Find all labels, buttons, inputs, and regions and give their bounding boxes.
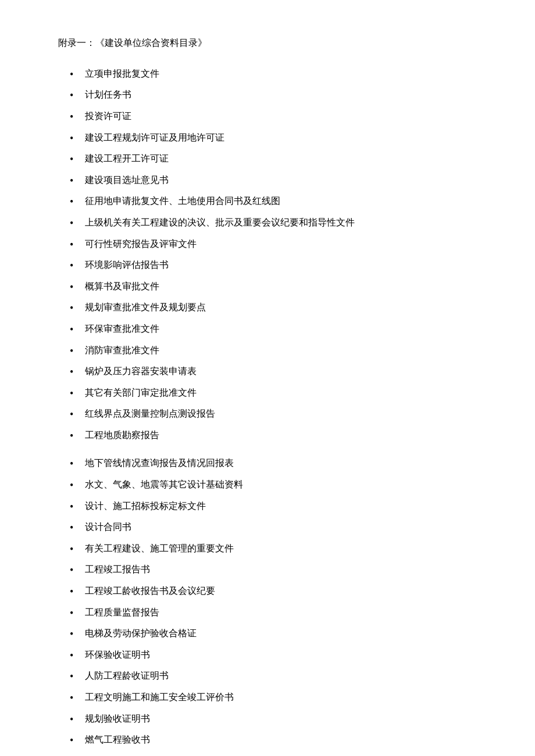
bullet-icon: • [70, 689, 81, 707]
list-item-text: 其它有关部门审定批准文件 [85, 385, 197, 402]
bullet-icon: • [70, 583, 81, 601]
list-item: •建设项目选址意见书 [70, 172, 488, 190]
list-item: •锅炉及压力容器安装申请表 [70, 363, 488, 381]
list-item: •立项申报批复文件 [70, 66, 488, 84]
bullet-icon: • [70, 130, 81, 148]
list-item-text: 消防验收合格证 [85, 753, 150, 756]
list-item-text: 上级机关有关工程建设的决议、批示及重要会议纪要和指导性文件 [85, 214, 355, 231]
list-item-text: 地下管线情况查询报告及情况回报表 [85, 455, 234, 472]
list-item-text: 征用地申请批复文件、土地使用合同书及红线图 [85, 193, 280, 210]
bullet-icon: • [70, 604, 81, 622]
list-item: •燃气工程验收书 [70, 732, 488, 750]
list-item: •上级机关有关工程建设的决议、批示及重要会议纪要和指导性文件 [70, 214, 488, 232]
list-item: •工程质量监督报告 [70, 604, 488, 622]
list-item: •其它有关部门审定批准文件 [70, 385, 488, 403]
list-item-text: 概算书及审批文件 [85, 278, 159, 295]
list-item: •消防验收合格证 [70, 753, 488, 756]
list-item: •征用地申请批复文件、土地使用合同书及红线图 [70, 193, 488, 211]
bullet-icon: • [70, 561, 81, 579]
list-item-text: 建设工程开工许可证 [85, 151, 169, 167]
list-item-text: 环境影响评估报告书 [85, 257, 169, 274]
bullet-icon: • [70, 87, 81, 105]
list-item: •环保验收证明书 [70, 647, 488, 665]
list-item-text: 工程文明施工和施工安全竣工评价书 [85, 689, 234, 706]
list-item: •规划审查批准文件及规划要点 [70, 299, 488, 317]
item-list: •立项申报批复文件•计划任务书•投资许可证•建设工程规划许可证及用地许可证•建设… [58, 66, 488, 756]
list-item: •设计合同书 [70, 519, 488, 537]
list-item: •工程地质勘察报告 [70, 427, 488, 445]
list-item: •环保审查批准文件 [70, 321, 488, 339]
list-item-text: 设计合同书 [85, 519, 131, 536]
bullet-icon: • [70, 540, 81, 558]
list-item-text: 工程地质勘察报告 [85, 427, 159, 444]
list-item: •工程竣工报告书 [70, 561, 488, 579]
list-item-text: 工程竣工报告书 [85, 561, 150, 578]
bullet-icon: • [70, 278, 81, 296]
bullet-icon: • [70, 455, 81, 473]
list-item-text: 环保验收证明书 [85, 647, 150, 664]
bullet-icon: • [70, 647, 81, 665]
bullet-icon: • [70, 193, 81, 211]
page-title: 附录一：《建设单位综合资料目录》 [58, 38, 207, 48]
bullet-icon: • [70, 363, 81, 381]
bullet-icon: • [70, 385, 81, 403]
bullet-icon: • [70, 342, 81, 360]
bullet-icon: • [70, 668, 81, 686]
list-item-text: 规划验收证明书 [85, 711, 150, 728]
title-section: 附录一：《建设单位综合资料目录》 [58, 35, 488, 52]
list-item-text: 建设项目选址意见书 [85, 172, 169, 189]
bullet-icon: • [70, 476, 81, 495]
list-item-text: 电梯及劳动保护验收合格证 [85, 625, 197, 642]
list-item: •环境影响评估报告书 [70, 257, 488, 275]
list-item-text: 有关工程建设、施工管理的重要文件 [85, 540, 234, 557]
list-item-text: 工程质量监督报告 [85, 604, 159, 621]
bullet-icon: • [70, 519, 81, 537]
list-item: •计划任务书 [70, 87, 488, 105]
list-item: •规划验收证明书 [70, 711, 488, 729]
list-item: •设计、施工招标投标定标文件 [70, 498, 488, 516]
list-item-text: 消防审查批准文件 [85, 342, 159, 359]
bullet-icon: • [70, 625, 81, 643]
bullet-icon: • [70, 172, 81, 190]
bullet-icon: • [70, 214, 81, 232]
list-item: •红线界点及测量控制点测设报告 [70, 406, 488, 424]
list-item: •电梯及劳动保护验收合格证 [70, 625, 488, 643]
list-item: •人防工程龄收证明书 [70, 668, 488, 686]
bullet-icon: • [70, 257, 81, 275]
list-item: •建设工程规划许可证及用地许可证 [70, 130, 488, 148]
group-spacer [70, 448, 488, 455]
list-item: •消防审查批准文件 [70, 342, 488, 360]
list-item-text: 环保审查批准文件 [85, 321, 159, 338]
list-item-text: 规划审查批准文件及规划要点 [85, 299, 206, 316]
list-item-text: 建设工程规划许可证及用地许可证 [85, 130, 224, 146]
list-item-text: 水文、气象、地震等其它设计基础资料 [85, 476, 243, 493]
list-item: •地下管线情况查询报告及情况回报表 [70, 455, 488, 473]
list-item: •概算书及审批文件 [70, 278, 488, 296]
bullet-icon: • [70, 427, 81, 445]
list-item-text: 计划任务书 [85, 87, 131, 103]
list-item: •工程文明施工和施工安全竣工评价书 [70, 689, 488, 707]
list-item-text: 人防工程龄收证明书 [85, 668, 169, 685]
bullet-icon: • [70, 108, 81, 126]
list-item-text: 可行性研究报告及评审文件 [85, 236, 197, 253]
bullet-icon: • [70, 66, 81, 84]
bullet-icon: • [70, 406, 81, 424]
list-item-text: 工程竣工龄收报告书及会议纪要 [85, 583, 215, 600]
bullet-icon: • [70, 299, 81, 317]
list-item-text: 红线界点及测量控制点测设报告 [85, 406, 215, 422]
list-item: •建设工程开工许可证 [70, 151, 488, 169]
list-item: •有关工程建设、施工管理的重要文件 [70, 540, 488, 558]
bullet-icon: • [70, 732, 81, 750]
bullet-icon: • [70, 321, 81, 339]
bullet-icon: • [70, 236, 81, 254]
bullet-icon: • [70, 498, 81, 516]
bullet-icon: • [70, 711, 81, 729]
bullet-icon: • [70, 151, 81, 169]
list-item: •工程竣工龄收报告书及会议纪要 [70, 583, 488, 601]
list-item: •投资许可证 [70, 108, 488, 126]
list-item-text: 燃气工程验收书 [85, 732, 150, 748]
list-item-text: 锅炉及压力容器安装申请表 [85, 363, 197, 380]
list-item: •可行性研究报告及评审文件 [70, 236, 488, 254]
bullet-icon: • [70, 753, 81, 756]
list-item: •水文、气象、地震等其它设计基础资料 [70, 476, 488, 495]
